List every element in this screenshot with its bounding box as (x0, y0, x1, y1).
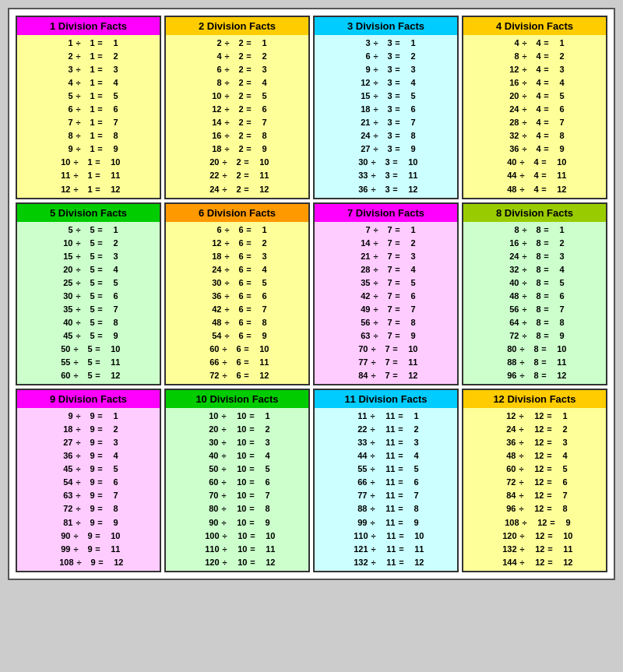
quotient: 11 (252, 169, 269, 182)
division-symbol: ÷ (73, 76, 84, 90)
equals-symbol: = (541, 250, 552, 263)
equals-symbol: = (396, 556, 407, 569)
division-symbol: ÷ (73, 250, 84, 263)
dividend: 36 (354, 183, 368, 196)
divisor: 5 (82, 356, 93, 369)
fact-row: 81 ÷ 9 = 9 (20, 516, 157, 530)
quotient: 10 (556, 530, 573, 543)
equals-symbol: = (390, 356, 401, 369)
equals-symbol: = (241, 183, 252, 196)
division-symbol: ÷ (73, 90, 84, 103)
quotient: 2 (255, 50, 267, 63)
fact-row: 80 ÷ 8 = 10 (466, 343, 603, 356)
fact-row: 11 ÷ 11 = 1 (318, 410, 454, 423)
fact-row: 60 ÷ 6 = 10 (169, 343, 305, 356)
quotient: 9 (106, 329, 118, 343)
dividend: 108 (499, 516, 519, 530)
equals-symbol: = (396, 410, 407, 423)
dividend: 20 (205, 423, 219, 436)
fact-row: 18 ÷ 3 = 6 (318, 103, 454, 116)
equals-symbol: = (396, 436, 407, 449)
division-symbol: ÷ (222, 90, 233, 103)
equals-symbol: = (545, 543, 556, 556)
section-header-s4: 4 Division Facts (463, 17, 606, 35)
fact-row: 6 ÷ 3 = 2 (318, 50, 454, 63)
division-symbol: ÷ (519, 63, 530, 76)
equals-symbol: = (244, 263, 255, 276)
divisor: 5 (84, 250, 95, 263)
equals-symbol: = (244, 250, 255, 263)
quotient: 8 (403, 129, 416, 142)
quotient: 4 (255, 76, 267, 90)
division-symbol: ÷ (222, 116, 233, 129)
quotient: 7 (106, 303, 118, 316)
divisor: 12 (530, 516, 547, 530)
fact-row: 72 ÷ 6 = 12 (169, 369, 305, 382)
fact-row: 50 ÷ 10 = 5 (169, 463, 305, 476)
quotient: 2 (106, 237, 118, 250)
divisor: 2 (231, 156, 241, 169)
dividend: 27 (59, 436, 73, 449)
equals-symbol: = (541, 276, 552, 290)
division-symbol: ÷ (519, 290, 530, 303)
division-symbol: ÷ (517, 183, 528, 196)
divisor: 9 (84, 516, 95, 530)
divisor: 7 (382, 223, 392, 237)
fact-row: 16 ÷ 8 = 2 (466, 237, 603, 250)
section-header-s9: 9 Division Facts (17, 390, 160, 408)
fact-row: 16 ÷ 2 = 8 (169, 129, 305, 142)
division-symbol: ÷ (516, 489, 527, 502)
fact-row: 14 ÷ 7 = 2 (318, 237, 454, 250)
fact-row: 12 ÷ 3 = 4 (318, 76, 454, 90)
division-symbol: ÷ (519, 316, 530, 329)
fact-row: 63 ÷ 9 = 7 (20, 489, 157, 502)
quotient: 12 (550, 183, 567, 196)
divisor: 9 (84, 436, 95, 449)
division-symbol: ÷ (368, 516, 378, 530)
dividend: 22 (206, 169, 220, 182)
dividend: 2 (59, 50, 73, 63)
dividend: 64 (505, 316, 519, 329)
divisor: 4 (528, 169, 539, 182)
dividend: 110 (348, 530, 368, 543)
fact-row: 20 ÷ 10 = 2 (169, 423, 305, 436)
divisor: 12 (528, 543, 545, 556)
equals-symbol: = (95, 290, 106, 303)
divisor: 9 (84, 502, 95, 515)
division-symbol: ÷ (73, 223, 84, 237)
divisor: 2 (231, 183, 241, 196)
equals-symbol: = (247, 410, 258, 423)
division-symbol: ÷ (219, 449, 230, 463)
divisor: 10 (230, 449, 247, 463)
equals-symbol: = (541, 76, 552, 90)
section-s9: 9 Division Facts9 ÷ 9 = 118 ÷ 9 = 227 ÷ … (16, 389, 161, 572)
dividend: 6 (208, 63, 222, 76)
quotient: 7 (255, 116, 267, 129)
division-symbol: ÷ (368, 183, 379, 196)
fact-row: 48 ÷ 8 = 6 (466, 290, 603, 303)
divisor: 4 (530, 50, 541, 63)
division-symbol: ÷ (222, 250, 233, 263)
dividend: 63 (59, 489, 73, 502)
division-symbol: ÷ (222, 129, 233, 142)
section-header-s1: 1 Division Facts (17, 17, 160, 35)
quotient: 2 (258, 423, 270, 436)
fact-row: 110 ÷ 11 = 10 (318, 530, 454, 543)
divisor: 3 (382, 103, 392, 116)
divisor: 10 (230, 436, 247, 449)
divisor: 1 (84, 50, 95, 63)
dividend: 42 (357, 290, 371, 303)
fact-row: 54 ÷ 6 = 9 (169, 329, 305, 343)
section-s2: 2 Division Facts2 ÷ 2 = 14 ÷ 2 = 26 ÷ 2 … (164, 16, 310, 199)
dividend: 121 (348, 543, 368, 556)
division-symbol: ÷ (519, 76, 530, 90)
division-symbol: ÷ (371, 223, 382, 237)
divisor: 8 (528, 343, 539, 356)
dividend: 90 (57, 530, 71, 543)
dividend: 12 (208, 237, 222, 250)
fact-row: 14 ÷ 2 = 7 (169, 116, 305, 129)
division-symbol: ÷ (368, 156, 379, 169)
quotient: 1 (403, 37, 416, 50)
division-symbol: ÷ (368, 476, 378, 489)
quotient: 5 (258, 463, 270, 476)
